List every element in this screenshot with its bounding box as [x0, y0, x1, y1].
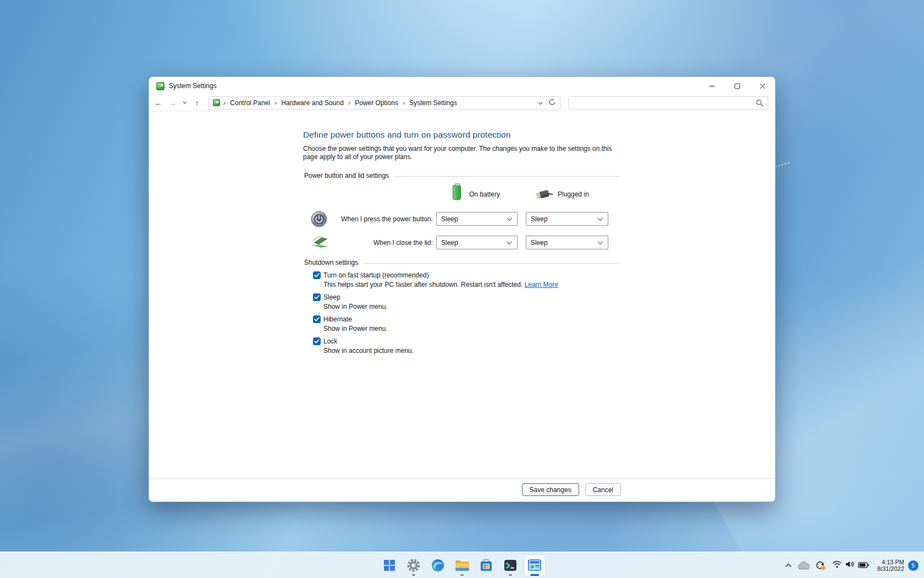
running-indicator	[412, 574, 415, 576]
power-button-on-battery-dropdown[interactable]: Sleep	[436, 212, 518, 226]
date-text: 8/31/2022	[877, 565, 904, 572]
forward-button[interactable]: →	[166, 96, 180, 110]
terminal-taskbar-icon[interactable]	[499, 554, 521, 576]
running-indicator	[460, 574, 464, 576]
power-button-section: Power button and lid settings On battery	[304, 172, 619, 250]
laptop-lid-icon	[304, 235, 335, 250]
footer-divider	[149, 478, 775, 479]
refresh-icon[interactable]	[548, 99, 556, 107]
lock-option: Lock Show in account picture menu.	[304, 337, 619, 355]
taskbar: 4:13 PM 8/31/2022 5	[0, 552, 924, 578]
microsoft-store-taskbar-icon[interactable]	[475, 554, 497, 576]
lock-description: Show in account picture menu.	[323, 347, 619, 355]
taskbar-clock[interactable]: 4:13 PM 8/31/2022	[877, 559, 904, 572]
search-input[interactable]	[569, 97, 768, 109]
section-rule	[394, 176, 619, 177]
fast-startup-checkbox[interactable]	[313, 271, 321, 279]
lid-close-plugged-in-dropdown[interactable]: Sleep	[526, 236, 608, 249]
power-button-row-label: When I press the power button:	[335, 215, 435, 223]
fast-startup-label[interactable]: Turn on fast startup (recommended)	[323, 271, 429, 279]
fast-startup-description: This helps start your PC faster after sh…	[323, 281, 619, 288]
breadcrumb-separator-icon: ›	[220, 99, 229, 107]
shutdown-section-title: Shutdown settings	[304, 259, 358, 266]
power-button-row: When I press the power button: Sleep Sle…	[304, 211, 619, 226]
sleep-label[interactable]: Sleep	[323, 293, 340, 301]
battery-icon	[453, 185, 461, 200]
wifi-icon	[832, 560, 842, 570]
learn-more-link[interactable]: Learn More	[525, 281, 558, 288]
file-explorer-taskbar-icon[interactable]	[451, 554, 473, 576]
settings-taskbar-icon[interactable]	[403, 554, 425, 576]
title-bar[interactable]: System Settings	[149, 77, 775, 95]
power-section-title: Power button and lid settings	[304, 172, 389, 179]
lid-close-row: When I close the lid: Sleep Sleep	[304, 235, 619, 250]
shutdown-section: Shutdown settings Turn on fast startup (…	[304, 259, 619, 355]
back-button[interactable]: ←	[151, 96, 166, 110]
navigation-bar: ← → ↑ › Control Panel › Hardware and Sou…	[149, 95, 775, 111]
sleep-checkbox[interactable]	[313, 293, 321, 301]
hibernate-label[interactable]: Hibernate	[323, 315, 352, 323]
power-button-plugged-in-dropdown[interactable]: Sleep	[526, 212, 608, 226]
power-button-icon	[304, 211, 335, 227]
hibernate-option: Hibernate Show in Power menu.	[304, 315, 619, 332]
minimize-button[interactable]	[699, 77, 724, 95]
start-button[interactable]	[378, 554, 400, 576]
chevron-down-icon	[597, 239, 603, 244]
active-app-indicator	[530, 574, 539, 576]
volume-icon	[845, 560, 855, 570]
sleep-option: Sleep Show in Power menu.	[304, 293, 619, 310]
address-dropdown-chevron-icon[interactable]	[538, 99, 543, 107]
power-options-icon	[156, 82, 164, 90]
on-battery-column-header: On battery	[469, 190, 500, 198]
notification-badge[interactable]: 5	[908, 560, 919, 571]
hibernate-checkbox[interactable]	[313, 315, 321, 323]
power-options-breadcrumb-icon	[213, 99, 220, 106]
desktop: System Settings ← → ↑	[0, 0, 924, 578]
page-title: Define power buttons and turn on passwor…	[303, 130, 612, 140]
window-title: System Settings	[169, 82, 217, 90]
breadcrumb-separator-icon: ›	[271, 99, 280, 107]
chevron-down-icon	[507, 239, 512, 244]
onedrive-icon[interactable]	[795, 554, 812, 576]
lock-checkbox[interactable]	[313, 337, 321, 345]
fast-startup-option: Turn on fast startup (recommended) This …	[304, 271, 619, 288]
sync-status-icon[interactable]	[812, 554, 829, 576]
page-content: Define power buttons and turn on passwor…	[149, 111, 775, 501]
section-rule	[363, 263, 619, 264]
hibernate-description: Show in Power menu.	[323, 325, 619, 332]
search-box[interactable]	[568, 96, 768, 110]
quick-settings-button[interactable]	[829, 554, 872, 576]
breadcrumb-system-settings[interactable]: System Settings	[408, 99, 458, 107]
chevron-down-icon	[507, 215, 512, 221]
save-changes-button[interactable]: Save changes	[522, 483, 579, 496]
breadcrumb-control-panel[interactable]: Control Panel	[229, 99, 271, 107]
battery-tray-icon	[858, 560, 869, 570]
lid-close-row-label: When I close the lid:	[335, 239, 435, 247]
breadcrumb-hardware-and-sound[interactable]: Hardware and Sound	[280, 99, 344, 107]
running-indicator	[509, 574, 512, 576]
breadcrumb-separator-icon: ›	[345, 99, 354, 107]
up-button[interactable]: ↑	[190, 96, 204, 110]
edge-taskbar-icon[interactable]	[427, 554, 449, 576]
plugged-in-column-header: Plugged in	[558, 190, 589, 198]
address-bar[interactable]: › Control Panel › Hardware and Sound › P…	[208, 96, 560, 110]
time-text: 4:13 PM	[877, 559, 904, 566]
cancel-button[interactable]: Cancel	[585, 483, 621, 496]
search-icon[interactable]	[756, 99, 763, 109]
recent-locations-chevron-icon[interactable]	[180, 96, 190, 110]
plug-icon	[535, 188, 553, 203]
breadcrumb-power-options[interactable]: Power Options	[354, 99, 399, 107]
system-settings-taskbar-icon[interactable]	[524, 554, 546, 576]
chevron-down-icon	[597, 215, 603, 221]
close-button[interactable]	[750, 77, 775, 95]
hidden-icons-chevron-icon[interactable]	[782, 554, 795, 576]
breadcrumb-separator-icon: ›	[399, 99, 408, 107]
lid-close-on-battery-dropdown[interactable]: Sleep	[436, 236, 518, 249]
page-intro-line2: page apply to all of your power plans.	[303, 153, 612, 161]
maximize-button[interactable]	[724, 77, 750, 95]
lock-label[interactable]: Lock	[323, 337, 337, 345]
page-intro-line1: Choose the power settings that you want …	[303, 145, 612, 153]
system-settings-window: System Settings ← → ↑	[148, 77, 776, 502]
sleep-description: Show in Power menu.	[323, 303, 619, 310]
